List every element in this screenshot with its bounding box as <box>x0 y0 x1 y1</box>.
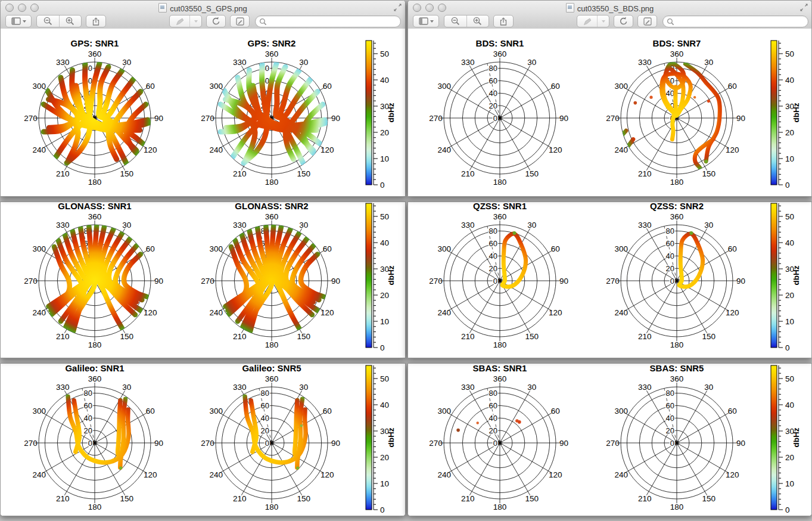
azimuth-label: 90 <box>559 439 568 448</box>
radial-label: 0 <box>670 439 674 448</box>
azimuth-label: 120 <box>144 308 157 317</box>
share-icon <box>499 17 508 26</box>
titlebar[interactable]: cut03550_S_GPS.png <box>1 1 405 29</box>
view-options-button[interactable] <box>5 15 32 27</box>
radial-labels: 806040200 <box>489 389 497 448</box>
highlight-button[interactable] <box>577 15 597 27</box>
azimuth-label: 300 <box>615 407 629 415</box>
azimuth-label: 360 <box>265 374 279 383</box>
sidebar-icon <box>419 17 428 25</box>
azimuth-label: 240 <box>438 145 452 154</box>
polar-plot: QZSS: SNR1360306090120150180210240270300… <box>429 202 568 349</box>
colorbar: 01020304050dbHz <box>771 203 801 352</box>
highlighter-icon <box>175 17 185 26</box>
radial-label: 0 <box>493 439 497 448</box>
colorbar-tick-label: 20 <box>380 128 389 137</box>
azimuth-label: 330 <box>638 383 652 392</box>
azimuth-label: 300 <box>615 82 629 91</box>
azimuth-label: 330 <box>233 58 247 67</box>
azimuth-label: 30 <box>122 58 131 67</box>
colorbar-tick-label: 0 <box>380 181 385 190</box>
rotate-left-button[interactable] <box>614 15 633 27</box>
azimuth-label: 210 <box>233 169 247 178</box>
search-input[interactable] <box>267 16 400 27</box>
azimuth-label: 270 <box>24 277 38 286</box>
rotate-left-icon <box>211 16 221 26</box>
plot-title: Galileo: SNR1 <box>65 364 124 373</box>
share-button[interactable] <box>86 15 106 27</box>
azimuth-label: 90 <box>559 277 568 286</box>
view-options-button[interactable] <box>413 15 439 27</box>
polar-plot: BDS: SNR13603060901201501802102402703003… <box>429 38 568 187</box>
azimuth-label: 90 <box>736 114 745 123</box>
radial-label: 40 <box>489 89 497 98</box>
figure-galileo: Galileo: SNR1360306090120150180210240270… <box>1 364 405 516</box>
figure-qzss: QZSS: SNR1360306090120150180210240270300… <box>408 202 811 358</box>
azimuth-label: 270 <box>429 114 443 123</box>
azimuth-label: 90 <box>331 439 340 448</box>
azimuth-label: 30 <box>527 383 536 392</box>
zoom-out-button[interactable] <box>37 15 59 27</box>
satellite-tracks <box>216 62 328 174</box>
azimuth-label: 360 <box>493 49 507 58</box>
satellite-dot <box>693 96 696 98</box>
figure-gps: GPS: SNR13603060901201501802102402703003… <box>1 29 405 197</box>
highlighter-icon <box>583 17 592 26</box>
center-marker <box>497 116 503 121</box>
azimuth-label: 30 <box>527 58 536 67</box>
colorbar-tick-label: 20 <box>785 453 794 462</box>
figure-sbas: SBAS: SNR1360306090120150180210240270300… <box>408 364 811 516</box>
radial-label: 80 <box>666 389 674 398</box>
highlight-menu-button[interactable] <box>189 15 201 27</box>
polar-plot: SBAS: SNR1360306090120150180210240270300… <box>429 364 568 511</box>
azimuth-label: 330 <box>638 221 652 230</box>
zoom-out-icon <box>450 16 461 26</box>
rotate-left-button[interactable] <box>206 15 226 27</box>
markup-button[interactable] <box>230 15 250 27</box>
search-field[interactable] <box>255 15 401 27</box>
highlight-menu-button[interactable] <box>597 15 609 27</box>
window-title: cut03550_S_GPS.png <box>1 3 405 13</box>
azimuth-label: 180 <box>670 178 684 187</box>
azimuth-label: 360 <box>493 374 507 383</box>
zoom-in-button[interactable] <box>59 15 82 27</box>
colorbar-tick-label: 0 <box>785 506 790 514</box>
fullscreen-icon <box>393 3 402 12</box>
search-field[interactable] <box>662 15 808 27</box>
azimuth-label: 210 <box>56 332 70 341</box>
polar-plot: Galileo: SNR5360306090120150180210240270… <box>201 364 340 511</box>
chevron-down-icon <box>23 20 26 23</box>
zoom-in-button[interactable] <box>466 15 489 27</box>
azimuth-label: 60 <box>323 407 332 415</box>
search-input[interactable] <box>674 16 808 27</box>
fullscreen-button[interactable] <box>799 3 808 12</box>
zoom-out-button[interactable] <box>444 15 466 27</box>
azimuth-label: 30 <box>527 221 536 230</box>
satellite-tracks <box>216 387 328 499</box>
azimuth-label: 120 <box>321 145 334 154</box>
fullscreen-button[interactable] <box>393 3 402 12</box>
radial-label: 60 <box>489 401 497 410</box>
azimuth-label: 300 <box>438 82 452 91</box>
colorbar-unit-label: dbHz <box>387 265 396 285</box>
plot-title: QZSS: SNR2 <box>650 202 704 211</box>
azimuth-label: 180 <box>265 340 279 349</box>
azimuth-label: 330 <box>233 383 247 392</box>
zoom-in-icon <box>65 16 75 26</box>
markup-button[interactable] <box>637 15 657 27</box>
radial-label: 20 <box>489 426 497 435</box>
colorbar-tick-label: 10 <box>380 479 389 488</box>
plot-title: GLONASS: SNR2 <box>235 202 308 211</box>
azimuth-label: 60 <box>146 244 155 253</box>
titlebar[interactable]: cut03550_S_BDS.png <box>408 1 811 29</box>
center-marker <box>674 441 680 446</box>
highlight-button[interactable] <box>170 15 189 27</box>
azimuth-label: 300 <box>33 407 46 415</box>
figure-glonass: GLONASS: SNR1360306090120150180210240270… <box>1 202 405 358</box>
desktop: cut03550_S_GPS.png <box>0 0 812 521</box>
azimuth-label: 180 <box>88 178 102 187</box>
share-button[interactable] <box>493 15 514 27</box>
fullscreen-icon <box>799 3 808 12</box>
colorbar-tick-label: 10 <box>380 317 389 326</box>
colorbar-unit-label: dbHz <box>792 265 801 285</box>
